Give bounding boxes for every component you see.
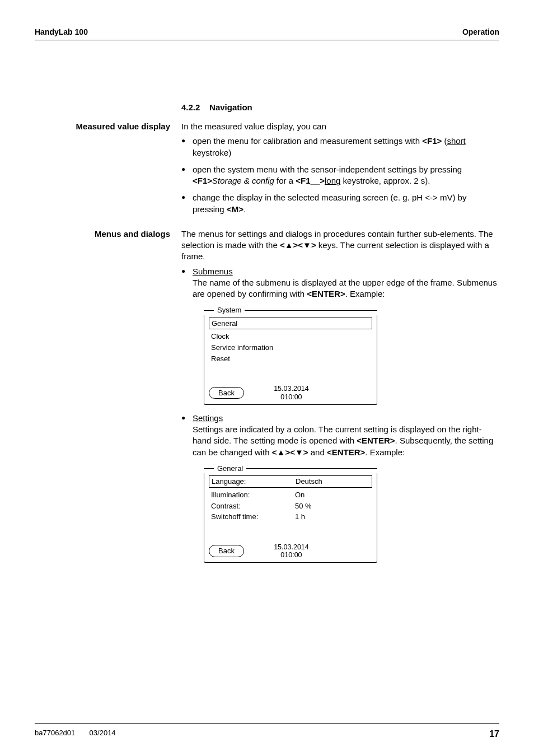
- key-enter: <ENTER>: [357, 436, 395, 445]
- footer-date: 03/2014: [90, 729, 116, 737]
- t: and: [308, 447, 327, 457]
- t: keystroke, approx. 2 s).: [340, 176, 430, 185]
- screen-system-selected: General: [209, 318, 372, 330]
- submenus-heading: Submenus: [193, 267, 233, 276]
- t: ><: [293, 240, 303, 250]
- kv-value: 50 %: [295, 501, 370, 511]
- screen-date: 15.03.2014: [274, 543, 309, 551]
- kv-key: Contrast:: [211, 501, 295, 511]
- key-f1-long: <F1__>: [296, 176, 325, 185]
- header-rule: [35, 40, 499, 40]
- kv-value: 1 h: [295, 512, 370, 522]
- screen-general-title: General: [214, 464, 246, 474]
- section-title: Navigation: [209, 102, 252, 112]
- screen-general-row-selected: Language: Deutsch: [209, 475, 372, 488]
- screen-general-titlebar: General: [204, 464, 377, 474]
- screen-system-line: Service information: [209, 342, 372, 353]
- mad-bullets: Submenus The name of the submenu is disp…: [181, 266, 499, 563]
- settings-heading: Settings: [193, 413, 223, 423]
- t: open the system menu with the sensor-ind…: [193, 165, 462, 174]
- underline-short: short: [447, 136, 465, 146]
- t: . Example:: [345, 289, 385, 298]
- key-enter: <ENTER>: [327, 447, 365, 457]
- italic-storage: Storage & config: [212, 176, 274, 185]
- mvd-bullet-3: change the display in the selected measu…: [181, 192, 499, 215]
- kv-key: Language:: [212, 477, 296, 487]
- mvd-bullets: open the menu for calibration and measur…: [181, 136, 499, 215]
- header-right: Operation: [462, 27, 499, 38]
- kv-value: On: [295, 490, 370, 500]
- screen-system-line: Clock: [209, 331, 372, 342]
- mad-settings: Settings Settings are indicated by a col…: [181, 413, 499, 563]
- screen-general-footer: Back 15.03.2014 010:00: [209, 540, 372, 559]
- screen-general-row: Illumination: On: [209, 489, 372, 501]
- screen-system: System General Clock Service information…: [204, 305, 377, 405]
- mvd-intro: In the measured value display, you can: [181, 121, 499, 132]
- key-enter: <ENTER>: [307, 289, 345, 298]
- screen-time: 010:00: [280, 551, 302, 559]
- footer-docid: ba77062d01: [35, 729, 75, 737]
- measured-value-block: Measured value display In the measured v…: [35, 121, 499, 221]
- t: <: [272, 447, 277, 457]
- key-f1: <F1>: [422, 136, 442, 146]
- mad-paragraph: The menus for settings and dialogs in pr…: [181, 228, 499, 263]
- triangle-up-icon: [277, 447, 285, 457]
- body: 4.2.2 Navigation Measured value display …: [35, 102, 499, 571]
- menus-dialogs-block: Menus and dialogs The menus for settings…: [35, 228, 499, 571]
- t: . Example:: [365, 447, 405, 457]
- screen-back-button: Back: [209, 545, 244, 557]
- t: .: [243, 204, 246, 214]
- kv-value: Deutsch: [296, 477, 369, 487]
- screen-system-body: General Clock Service information Reset …: [204, 315, 377, 405]
- page-footer: ba77062d01 03/2014 17: [35, 723, 499, 740]
- t: >: [311, 240, 316, 250]
- section-number: 4.2.2: [181, 102, 200, 112]
- margin-label-measured: Measured value display: [35, 121, 181, 132]
- screen-general-row: Switchoff time: 1 h: [209, 511, 372, 522]
- margin-label-menus: Menus and dialogs: [35, 228, 181, 240]
- footer-rule: [35, 723, 499, 724]
- key-f1: <F1>: [193, 176, 212, 185]
- triangle-down-icon: [295, 447, 303, 457]
- underline-long: long: [325, 176, 340, 185]
- screen-timestamp: 15.03.2014 010:00: [244, 543, 339, 559]
- screen-system-footer: Back 15.03.2014 010:00: [209, 381, 372, 401]
- t: >: [303, 447, 308, 457]
- running-header: HandyLab 100 Operation: [35, 27, 499, 38]
- mad-submenus: Submenus The name of the submenu is disp…: [181, 266, 499, 405]
- screen-general: General Language: Deutsch Illumination:: [204, 464, 377, 563]
- t: open the menu for calibration and measur…: [193, 136, 422, 146]
- kv-key: Switchoff time:: [211, 512, 295, 522]
- key-m: <M>: [227, 204, 243, 214]
- screen-system-line: Reset: [209, 353, 372, 365]
- screen-general-row: Contrast: 50 %: [209, 501, 372, 512]
- page: HandyLab 100 Operation 4.2.2 Navigation …: [0, 0, 534, 756]
- screen-system-title: System: [214, 305, 245, 315]
- header-left: HandyLab 100: [35, 27, 88, 38]
- t: <: [280, 240, 285, 250]
- screen-system-titlebar: System: [204, 305, 377, 315]
- screen-back-button: Back: [209, 387, 244, 399]
- screen-general-body: Language: Deutsch Illumination: On Contr…: [204, 473, 377, 563]
- t: keystroke): [193, 148, 231, 157]
- screen-timestamp: 15.03.2014 010:00: [244, 385, 339, 401]
- t: ><: [285, 447, 295, 457]
- t: for a: [274, 176, 296, 185]
- section-heading-row: 4.2.2 Navigation: [35, 102, 499, 113]
- screen-date: 15.03.2014: [274, 385, 309, 393]
- triangle-up-icon: [285, 240, 293, 250]
- page-number: 17: [489, 728, 499, 740]
- kv-key: Illumination:: [211, 490, 295, 500]
- mvd-bullet-2: open the system menu with the sensor-ind…: [181, 164, 499, 187]
- triangle-down-icon: [303, 240, 311, 250]
- mvd-bullet-1: open the menu for calibration and measur…: [181, 136, 499, 158]
- screen-time: 010:00: [280, 393, 302, 401]
